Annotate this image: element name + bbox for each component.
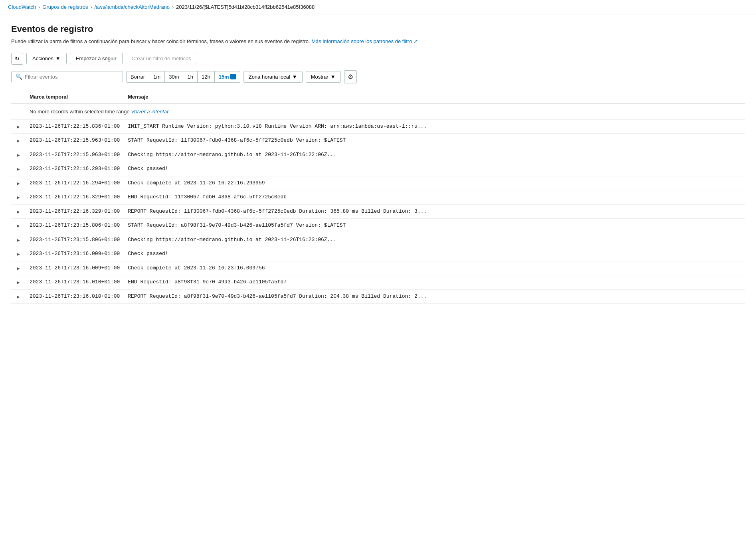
time-grid-icon [230, 74, 236, 79]
time-12h-button[interactable]: 12h [198, 71, 215, 83]
search-box: 🔍 [11, 71, 123, 82]
row-message-3: Check passed! [124, 162, 745, 176]
time-30m-button[interactable]: 30m [165, 71, 183, 83]
table-row: ▶ 2023-11-26T17:22:15.963+01:00 Checking… [11, 148, 745, 162]
row-expand-2[interactable]: ▶ [11, 148, 26, 162]
search-icon: 🔍 [16, 73, 22, 80]
page-description: Puede utilizar la barra de filtros a con… [11, 38, 745, 45]
table-header: Marca temporal Mensaje [11, 91, 745, 103]
table-row: ▶ 2023-11-26T17:23:16.010+01:00 REPORT R… [11, 289, 745, 304]
row-timestamp-0: 2023-11-26T17:22:15.836+01:00 [26, 119, 124, 134]
row-timestamp-4: 2023-11-26T17:22:16.294+01:00 [26, 176, 124, 190]
row-expand-10[interactable]: ▶ [11, 261, 26, 275]
expand-icon-3[interactable]: ▶ [15, 166, 22, 172]
expand-icon-9[interactable]: ▶ [15, 251, 22, 257]
row-timestamp-1: 2023-11-26T17:22:15.963+01:00 [26, 134, 124, 148]
expand-icon-10[interactable]: ▶ [15, 265, 22, 271]
page-title: Eventos de registro [11, 24, 745, 34]
breadcrumb-lambda[interactable]: /aws/lambda/checkAitorMedrano [95, 4, 170, 10]
row-expand-8[interactable]: ▶ [11, 233, 26, 247]
expand-icon-6[interactable]: ▶ [15, 208, 22, 215]
row-expand-12[interactable]: ▶ [11, 289, 26, 304]
no-records-row: No more records within selected time ran… [11, 103, 745, 120]
search-input[interactable] [25, 74, 119, 80]
table-row: ▶ 2023-11-26T17:22:16.329+01:00 REPORT R… [11, 204, 745, 219]
row-timestamp-9: 2023-11-26T17:23:16.009+01:00 [26, 247, 124, 261]
row-message-9: Check passed! [124, 247, 745, 261]
table-row: ▶ 2023-11-26T17:22:16.329+01:00 END Requ… [11, 190, 745, 205]
breadcrumb: CloudWatch › Grupos de registros › /aws/… [0, 0, 756, 14]
table-row: ▶ 2023-11-26T17:23:16.010+01:00 END Requ… [11, 275, 745, 290]
row-timestamp-8: 2023-11-26T17:23:15.806+01:00 [26, 233, 124, 247]
expand-icon-2[interactable]: ▶ [15, 152, 22, 158]
breadcrumb-sep-1: › [38, 4, 40, 10]
col-message-header: Mensaje [124, 91, 745, 103]
row-message-1: START RequestId: 11f30067-fdb0-4368-af6c… [124, 134, 745, 148]
borrar-button[interactable]: Borrar [126, 71, 149, 83]
row-message-6: REPORT RequestId: 11f30067-fdb0-4368-af6… [124, 204, 745, 219]
row-expand-5[interactable]: ▶ [11, 190, 26, 205]
expand-icon-11[interactable]: ▶ [15, 279, 22, 286]
expand-icon-5[interactable]: ▶ [15, 194, 22, 201]
time-1h-button[interactable]: 1h [183, 71, 197, 83]
crear-filtro-button[interactable]: Crear un filtro de métricas [126, 53, 198, 64]
time-15m-button[interactable]: 15m [215, 71, 240, 83]
row-expand-4[interactable]: ▶ [11, 176, 26, 190]
row-message-11: END RequestId: a8f98f31-9e70-49d3-b426-a… [124, 275, 745, 290]
timezone-arrow-icon: ▼ [292, 74, 297, 80]
row-expand-7[interactable]: ▶ [11, 219, 26, 233]
row-expand-1[interactable]: ▶ [11, 134, 26, 148]
retry-link[interactable]: Volver a intentar [131, 109, 168, 115]
row-expand-11[interactable]: ▶ [11, 275, 26, 290]
mostrar-button[interactable]: Mostrar ▼ [306, 71, 341, 83]
row-timestamp-3: 2023-11-26T17:22:16.293+01:00 [26, 162, 124, 176]
row-message-10: Check complete at 2023-11-26 16:23:16.00… [124, 261, 745, 275]
table-row: ▶ 2023-11-26T17:22:16.294+01:00 Check co… [11, 176, 745, 190]
table-row: ▶ 2023-11-26T17:22:15.836+01:00 INIT_STA… [11, 119, 745, 134]
row-timestamp-7: 2023-11-26T17:23:15.806+01:00 [26, 219, 124, 233]
row-message-7: START RequestId: a8f98f31-9e70-49d3-b426… [124, 219, 745, 233]
expand-icon-12[interactable]: ▶ [15, 293, 22, 300]
row-timestamp-2: 2023-11-26T17:22:15.963+01:00 [26, 148, 124, 162]
mostrar-arrow-icon: ▼ [331, 74, 336, 80]
row-timestamp-11: 2023-11-26T17:23:16.010+01:00 [26, 275, 124, 290]
row-message-5: END RequestId: 11f30067-fdb0-4368-af6c-5… [124, 190, 745, 205]
row-message-0: INIT_START Runtime Version: python:3.10.… [124, 119, 745, 134]
row-timestamp-10: 2023-11-26T17:23:16.009+01:00 [26, 261, 124, 275]
breadcrumb-sep-2: › [91, 4, 92, 10]
settings-button[interactable]: ⚙ [344, 70, 357, 83]
acciones-button[interactable]: Acciones ▼ [26, 53, 67, 64]
refresh-button[interactable]: ↻ [11, 53, 23, 65]
filter-bar: 🔍 Borrar 1m 30m 1h 12h 15m Zona horaria … [11, 70, 745, 83]
timezone-button[interactable]: Zona horaria local ▼ [243, 71, 303, 83]
breadcrumb-sep-3: › [172, 4, 174, 10]
acciones-arrow-icon: ▼ [55, 55, 61, 61]
row-message-4: Check complete at 2023-11-26 16:22:16.29… [124, 176, 745, 190]
row-expand-6[interactable]: ▶ [11, 204, 26, 219]
col-timestamp-header: Marca temporal [26, 91, 124, 103]
expand-icon-8[interactable]: ▶ [15, 237, 22, 243]
col-expand [11, 91, 26, 103]
breadcrumb-cloudwatch[interactable]: CloudWatch [8, 4, 36, 10]
breadcrumb-grupos[interactable]: Grupos de registros [42, 4, 88, 10]
main-content: Eventos de registro Puede utilizar la ba… [0, 14, 756, 313]
expand-icon-7[interactable]: ▶ [15, 223, 22, 229]
row-expand-3[interactable]: ▶ [11, 162, 26, 176]
expand-icon-0[interactable]: ▶ [15, 123, 22, 130]
time-1m-button[interactable]: 1m [149, 71, 165, 83]
row-message-8: Checking https://aitor-medrano.github.io… [124, 233, 745, 247]
description-text: Puede utilizar la barra de filtros a con… [11, 38, 310, 44]
table-row: ▶ 2023-11-26T17:22:16.293+01:00 Check pa… [11, 162, 745, 176]
empezar-seguir-button[interactable]: Empezar a seguir [70, 53, 123, 64]
row-timestamp-5: 2023-11-26T17:22:16.329+01:00 [26, 190, 124, 205]
row-expand-0[interactable]: ▶ [11, 119, 26, 134]
table-row: ▶ 2023-11-26T17:23:16.009+01:00 Check pa… [11, 247, 745, 261]
row-expand-9[interactable]: ▶ [11, 247, 26, 261]
row-timestamp-12: 2023-11-26T17:23:16.010+01:00 [26, 289, 124, 304]
row-message-12: REPORT RequestId: a8f98f31-9e70-49d3-b42… [124, 289, 745, 304]
table-row: ▶ 2023-11-26T17:22:15.963+01:00 START Re… [11, 134, 745, 148]
filter-patterns-link[interactable]: Más información sobre los patrones de fi… [311, 38, 418, 44]
table-row: ▶ 2023-11-26T17:23:15.806+01:00 Checking… [11, 233, 745, 247]
expand-icon-1[interactable]: ▶ [15, 138, 22, 144]
expand-icon-4[interactable]: ▶ [15, 180, 22, 186]
